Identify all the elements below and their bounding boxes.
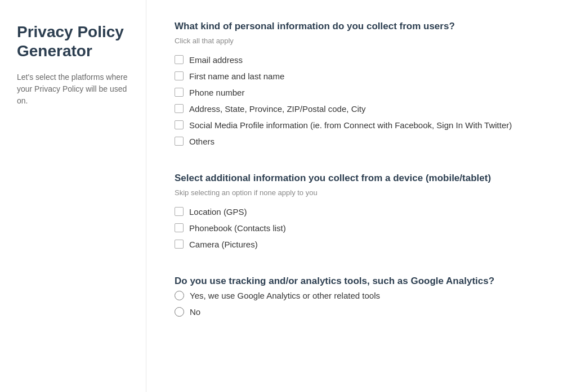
checkbox-name[interactable] <box>175 71 184 80</box>
checkbox-camera-label[interactable]: Camera (Pictures) <box>189 240 258 249</box>
list-item[interactable]: Camera (Pictures) <box>175 240 535 249</box>
checkbox-phone-label[interactable]: Phone number <box>189 88 244 97</box>
checkbox-phonebook-label[interactable]: Phonebook (Contacts list) <box>189 223 286 233</box>
checkbox-social-label[interactable]: Social Media Profile information (ie. fr… <box>189 120 512 130</box>
section-personal-info-subtitle: Click all that apply <box>175 37 535 45</box>
list-item[interactable]: First name and last name <box>175 71 535 81</box>
radio-analytics-yes-label[interactable]: Yes, we use Google Analytics or other re… <box>190 291 380 300</box>
app-title: Privacy Policy Generator <box>17 22 129 60</box>
sidebar-description: Let's select the platforms where your Pr… <box>17 71 129 107</box>
checkbox-email-label[interactable]: Email address <box>189 55 243 65</box>
section-device-info-subtitle: Skip selecting an option if none apply t… <box>175 188 535 197</box>
section-device-info: Select additional information you collec… <box>175 172 535 249</box>
checkbox-others-label[interactable]: Others <box>189 137 215 146</box>
checkbox-location[interactable] <box>175 207 184 216</box>
section-analytics: Do you use tracking and/or analytics too… <box>175 274 535 317</box>
radio-analytics-yes[interactable] <box>175 291 184 300</box>
radio-analytics-no-label[interactable]: No <box>190 307 200 317</box>
checkbox-phone[interactable] <box>175 88 184 97</box>
list-item[interactable]: Location (GPS) <box>175 207 535 217</box>
sidebar: Privacy Policy Generator Let's select th… <box>0 0 146 392</box>
section-personal-info-title: What kind of personal information do you… <box>175 20 535 33</box>
list-item[interactable]: No <box>175 307 535 317</box>
checkbox-address[interactable] <box>175 104 184 113</box>
section-personal-info: What kind of personal information do you… <box>175 20 535 146</box>
list-item[interactable]: Address, State, Province, ZIP/Postal cod… <box>175 104 535 114</box>
radio-analytics-no[interactable] <box>175 307 184 317</box>
device-info-list: Location (GPS) Phonebook (Contacts list)… <box>175 207 535 249</box>
checkbox-social[interactable] <box>175 120 184 129</box>
checkbox-address-label[interactable]: Address, State, Province, ZIP/Postal cod… <box>189 104 365 114</box>
checkbox-name-label[interactable]: First name and last name <box>189 71 284 81</box>
main-content: What kind of personal information do you… <box>146 0 563 392</box>
section-analytics-title: Do you use tracking and/or analytics too… <box>175 274 535 288</box>
checkbox-location-label[interactable]: Location (GPS) <box>189 207 247 217</box>
checkbox-others[interactable] <box>175 137 184 146</box>
personal-info-list: Email address First name and last name P… <box>175 55 535 146</box>
checkbox-camera[interactable] <box>175 240 184 249</box>
list-item[interactable]: Yes, we use Google Analytics or other re… <box>175 291 535 300</box>
page-container: Privacy Policy Generator Let's select th… <box>0 0 563 392</box>
list-item[interactable]: Phonebook (Contacts list) <box>175 223 535 233</box>
section-device-info-title: Select additional information you collec… <box>175 172 535 185</box>
list-item[interactable]: Email address <box>175 55 535 65</box>
list-item[interactable]: Others <box>175 137 535 146</box>
list-item[interactable]: Phone number <box>175 88 535 97</box>
list-item[interactable]: Social Media Profile information (ie. fr… <box>175 120 535 130</box>
checkbox-phonebook[interactable] <box>175 223 184 232</box>
checkbox-email[interactable] <box>175 55 184 64</box>
analytics-list: Yes, we use Google Analytics or other re… <box>175 291 535 317</box>
